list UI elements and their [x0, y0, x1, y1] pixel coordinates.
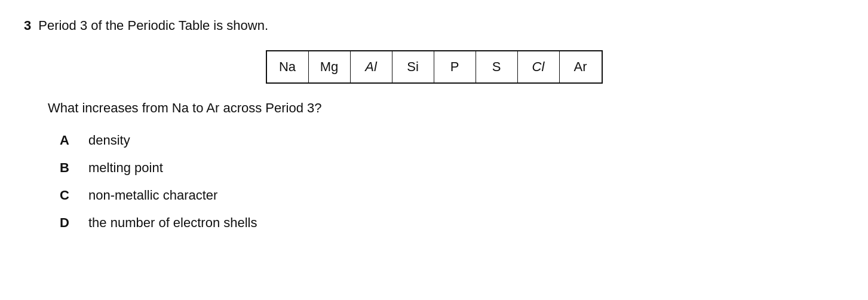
options-list: AdensityBmelting pointCnon-metallic char…: [60, 133, 844, 231]
option-text-c: non-metallic character: [88, 188, 217, 203]
element-cell-al: Al: [351, 51, 392, 82]
periodic-table-row: NaMgAlSiPSClAr: [266, 50, 603, 84]
option-item-d: Dthe number of electron shells: [60, 215, 844, 231]
periodic-table-container: NaMgAlSiPSClAr: [24, 50, 844, 84]
option-text-a: density: [88, 133, 130, 148]
option-text-d: the number of electron shells: [88, 215, 257, 231]
option-letter-b: B: [60, 160, 74, 176]
option-item-b: Bmelting point: [60, 160, 844, 176]
question-intro: Period 3 of the Periodic Table is shown.: [38, 18, 268, 33]
element-cell-mg: Mg: [309, 51, 351, 82]
element-cell-cl: Cl: [518, 51, 560, 82]
element-cell-ar: Ar: [560, 51, 602, 82]
option-text-b: melting point: [88, 160, 163, 176]
option-letter-d: D: [60, 215, 74, 231]
option-letter-c: C: [60, 188, 74, 203]
question-prompt: What increases from Na to Ar across Peri…: [48, 100, 844, 116]
element-cell-p: P: [434, 51, 476, 82]
option-item-c: Cnon-metallic character: [60, 188, 844, 203]
element-cell-s: S: [476, 51, 518, 82]
option-item-a: Adensity: [60, 133, 844, 148]
element-cell-si: Si: [392, 51, 434, 82]
option-letter-a: A: [60, 133, 74, 148]
question-number: 3: [24, 18, 31, 33]
question-header: 3 Period 3 of the Periodic Table is show…: [24, 18, 844, 33]
element-cell-na: Na: [267, 51, 309, 82]
